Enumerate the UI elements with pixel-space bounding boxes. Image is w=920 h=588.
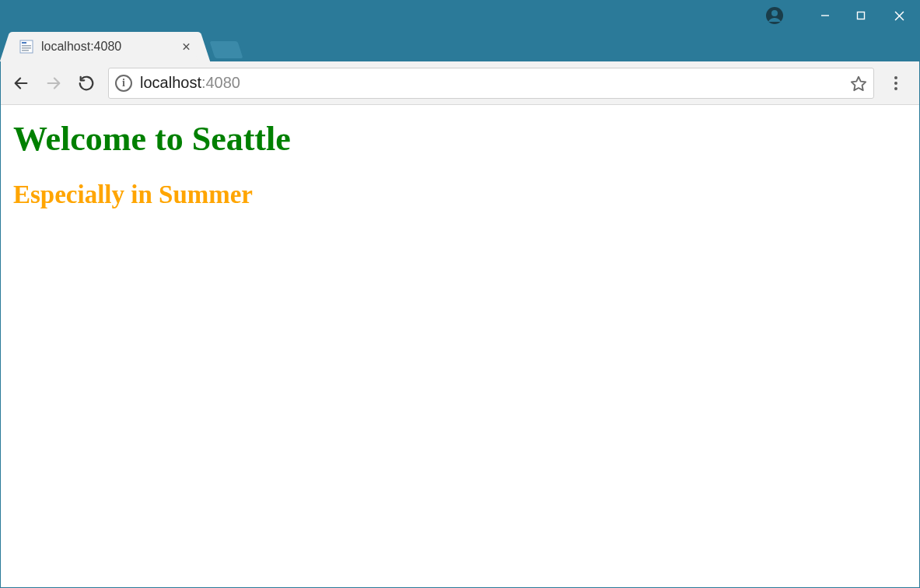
kebab-dot-icon [894,82,897,85]
svg-marker-15 [852,76,866,89]
window-minimize-button[interactable] [807,1,843,30]
site-info-icon[interactable]: i [115,75,132,92]
window-maximize-button[interactable] [843,1,879,30]
page-heading-2: Especially in Summer [13,180,907,209]
url-port: :4080 [201,74,240,92]
url-host: localhost [140,74,201,92]
svg-rect-10 [22,50,29,51]
browser-window: localhost:4080 i localhost:4080 [0,0,920,588]
tab-title: localhost:4080 [41,40,121,54]
page-heading-1: Welcome to Seattle [13,119,907,159]
forward-button[interactable] [38,68,69,99]
svg-rect-9 [22,47,31,49]
browser-menu-button[interactable] [880,68,911,99]
page-viewport[interactable]: Welcome to Seattle Especially in Summer [1,105,919,587]
user-profile-icon[interactable] [765,6,784,25]
tab-strip: localhost:4080 [1,30,919,61]
page-favicon-icon [19,40,33,54]
svg-rect-7 [22,42,26,44]
browser-toolbar: i localhost:4080 [1,61,919,105]
window-close-button[interactable] [879,1,919,30]
browser-tab[interactable]: localhost:4080 [12,32,198,61]
svg-rect-3 [858,12,865,19]
tab-close-button[interactable] [182,43,191,51]
window-titlebar [1,1,919,30]
address-bar[interactable]: i localhost:4080 [108,68,874,99]
new-tab-button[interactable] [209,41,243,58]
reload-button[interactable] [71,68,102,99]
bookmark-star-icon[interactable] [850,75,867,92]
back-button[interactable] [5,68,37,99]
kebab-dot-icon [894,76,897,79]
svg-point-1 [771,10,778,16]
svg-rect-8 [22,45,31,47]
kebab-dot-icon [894,87,897,90]
